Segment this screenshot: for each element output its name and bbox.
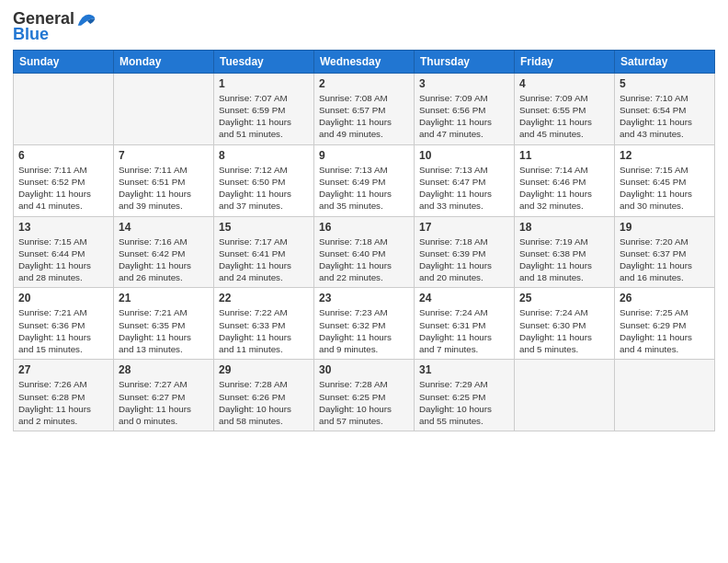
day-number: 8 — [219, 149, 309, 162]
calendar-header-row: SundayMondayTuesdayWednesdayThursdayFrid… — [14, 50, 715, 73]
day-info: Sunrise: 7:23 AM Sunset: 6:32 PM Dayligh… — [319, 306, 409, 355]
calendar-cell: 13Sunrise: 7:15 AM Sunset: 6:44 PM Dayli… — [14, 216, 114, 288]
calendar-cell — [515, 360, 615, 431]
day-number: 18 — [519, 221, 609, 234]
day-info: Sunrise: 7:21 AM Sunset: 6:36 PM Dayligh… — [18, 306, 108, 355]
day-info: Sunrise: 7:25 AM Sunset: 6:29 PM Dayligh… — [620, 306, 710, 355]
day-number: 17 — [419, 221, 509, 234]
calendar-cell — [615, 360, 715, 431]
calendar-cell: 22Sunrise: 7:22 AM Sunset: 6:33 PM Dayli… — [214, 288, 314, 360]
day-number: 27 — [18, 363, 108, 376]
page-header: General Blue — [13, 9, 715, 44]
calendar-cell: 16Sunrise: 7:18 AM Sunset: 6:40 PM Dayli… — [314, 216, 415, 288]
day-number: 9 — [319, 149, 409, 162]
day-info: Sunrise: 7:17 AM Sunset: 6:41 PM Dayligh… — [219, 236, 309, 284]
day-number: 7 — [119, 149, 209, 162]
day-info: Sunrise: 7:28 AM Sunset: 6:26 PM Dayligh… — [219, 378, 309, 427]
calendar-cell: 11Sunrise: 7:14 AM Sunset: 6:46 PM Dayli… — [515, 144, 615, 216]
day-info: Sunrise: 7:15 AM Sunset: 6:45 PM Dayligh… — [620, 164, 710, 213]
calendar-cell: 31Sunrise: 7:29 AM Sunset: 6:25 PM Dayli… — [415, 360, 515, 431]
calendar-table: SundayMondayTuesdayWednesdayThursdayFrid… — [13, 50, 715, 431]
calendar-cell: 18Sunrise: 7:19 AM Sunset: 6:38 PM Dayli… — [515, 216, 615, 288]
day-number: 20 — [18, 292, 108, 304]
day-number: 15 — [219, 221, 309, 234]
day-number: 5 — [620, 77, 710, 90]
calendar-cell: 7Sunrise: 7:11 AM Sunset: 6:51 PM Daylig… — [114, 144, 214, 216]
day-info: Sunrise: 7:29 AM Sunset: 6:25 PM Dayligh… — [419, 378, 509, 427]
day-number: 29 — [219, 363, 309, 376]
day-info: Sunrise: 7:18 AM Sunset: 6:39 PM Dayligh… — [419, 236, 509, 284]
day-number: 3 — [419, 77, 509, 90]
calendar-cell — [14, 73, 114, 144]
day-info: Sunrise: 7:24 AM Sunset: 6:31 PM Dayligh… — [419, 306, 509, 355]
day-info: Sunrise: 7:07 AM Sunset: 6:59 PM Dayligh… — [219, 92, 309, 141]
day-info: Sunrise: 7:20 AM Sunset: 6:37 PM Dayligh… — [620, 236, 710, 284]
day-number: 11 — [519, 149, 609, 162]
calendar-header-friday: Friday — [515, 50, 615, 73]
calendar-cell: 3Sunrise: 7:09 AM Sunset: 6:56 PM Daylig… — [415, 73, 515, 144]
calendar-cell: 30Sunrise: 7:28 AM Sunset: 6:25 PM Dayli… — [314, 360, 415, 431]
day-number: 25 — [519, 292, 609, 304]
calendar-cell: 28Sunrise: 7:27 AM Sunset: 6:27 PM Dayli… — [114, 360, 214, 431]
logo: General Blue — [13, 9, 97, 44]
day-info: Sunrise: 7:22 AM Sunset: 6:33 PM Dayligh… — [219, 306, 309, 355]
day-number: 12 — [620, 149, 710, 162]
day-number: 14 — [119, 221, 209, 234]
calendar-cell: 23Sunrise: 7:23 AM Sunset: 6:32 PM Dayli… — [314, 288, 415, 360]
day-number: 31 — [419, 363, 509, 376]
calendar-cell: 15Sunrise: 7:17 AM Sunset: 6:41 PM Dayli… — [214, 216, 314, 288]
day-info: Sunrise: 7:16 AM Sunset: 6:42 PM Dayligh… — [119, 236, 209, 284]
day-info: Sunrise: 7:08 AM Sunset: 6:57 PM Dayligh… — [319, 92, 409, 141]
day-info: Sunrise: 7:24 AM Sunset: 6:30 PM Dayligh… — [519, 306, 609, 355]
calendar-cell: 1Sunrise: 7:07 AM Sunset: 6:59 PM Daylig… — [214, 73, 314, 144]
day-number: 21 — [119, 292, 209, 304]
calendar-cell: 17Sunrise: 7:18 AM Sunset: 6:39 PM Dayli… — [415, 216, 515, 288]
calendar-cell: 21Sunrise: 7:21 AM Sunset: 6:35 PM Dayli… — [114, 288, 214, 360]
calendar-cell: 29Sunrise: 7:28 AM Sunset: 6:26 PM Dayli… — [214, 360, 314, 431]
calendar-week-row: 27Sunrise: 7:26 AM Sunset: 6:28 PM Dayli… — [14, 360, 715, 431]
day-number: 26 — [620, 292, 710, 304]
calendar-week-row: 20Sunrise: 7:21 AM Sunset: 6:36 PM Dayli… — [14, 288, 715, 360]
day-info: Sunrise: 7:15 AM Sunset: 6:44 PM Dayligh… — [18, 236, 108, 284]
day-number: 6 — [18, 149, 108, 162]
day-info: Sunrise: 7:11 AM Sunset: 6:51 PM Dayligh… — [119, 164, 209, 213]
day-info: Sunrise: 7:12 AM Sunset: 6:50 PM Dayligh… — [219, 164, 309, 213]
calendar-week-row: 6Sunrise: 7:11 AM Sunset: 6:52 PM Daylig… — [14, 144, 715, 216]
calendar-header-sunday: Sunday — [14, 50, 114, 73]
day-info: Sunrise: 7:13 AM Sunset: 6:49 PM Dayligh… — [319, 164, 409, 213]
calendar-cell: 25Sunrise: 7:24 AM Sunset: 6:30 PM Dayli… — [515, 288, 615, 360]
day-number: 4 — [519, 77, 609, 90]
calendar-header-saturday: Saturday — [615, 50, 715, 73]
calendar-cell: 4Sunrise: 7:09 AM Sunset: 6:55 PM Daylig… — [515, 73, 615, 144]
day-info: Sunrise: 7:14 AM Sunset: 6:46 PM Dayligh… — [519, 164, 609, 213]
day-number: 19 — [620, 221, 710, 234]
calendar-cell: 9Sunrise: 7:13 AM Sunset: 6:49 PM Daylig… — [314, 144, 415, 216]
calendar-cell: 6Sunrise: 7:11 AM Sunset: 6:52 PM Daylig… — [14, 144, 114, 216]
calendar-header-wednesday: Wednesday — [314, 50, 415, 73]
day-number: 13 — [18, 221, 108, 234]
day-info: Sunrise: 7:11 AM Sunset: 6:52 PM Dayligh… — [18, 164, 108, 213]
day-number: 10 — [419, 149, 509, 162]
day-info: Sunrise: 7:09 AM Sunset: 6:56 PM Dayligh… — [419, 92, 509, 141]
calendar-cell: 5Sunrise: 7:10 AM Sunset: 6:54 PM Daylig… — [615, 73, 715, 144]
day-number: 28 — [119, 363, 209, 376]
calendar-cell: 19Sunrise: 7:20 AM Sunset: 6:37 PM Dayli… — [615, 216, 715, 288]
calendar-week-row: 1Sunrise: 7:07 AM Sunset: 6:59 PM Daylig… — [14, 73, 715, 144]
calendar-cell: 24Sunrise: 7:24 AM Sunset: 6:31 PM Dayli… — [415, 288, 515, 360]
calendar-cell: 2Sunrise: 7:08 AM Sunset: 6:57 PM Daylig… — [314, 73, 415, 144]
logo-bird-icon — [76, 9, 97, 29]
day-info: Sunrise: 7:28 AM Sunset: 6:25 PM Dayligh… — [319, 378, 409, 427]
day-number: 23 — [319, 292, 409, 304]
day-number: 30 — [319, 363, 409, 376]
day-number: 1 — [219, 77, 309, 90]
day-info: Sunrise: 7:21 AM Sunset: 6:35 PM Dayligh… — [119, 306, 209, 355]
calendar-cell: 8Sunrise: 7:12 AM Sunset: 6:50 PM Daylig… — [214, 144, 314, 216]
calendar-header-monday: Monday — [114, 50, 214, 73]
calendar-header-thursday: Thursday — [415, 50, 515, 73]
calendar-header-tuesday: Tuesday — [214, 50, 314, 73]
day-info: Sunrise: 7:27 AM Sunset: 6:27 PM Dayligh… — [119, 378, 209, 427]
day-number: 24 — [419, 292, 509, 304]
day-info: Sunrise: 7:10 AM Sunset: 6:54 PM Dayligh… — [620, 92, 710, 141]
calendar-cell: 10Sunrise: 7:13 AM Sunset: 6:47 PM Dayli… — [415, 144, 515, 216]
calendar-cell: 14Sunrise: 7:16 AM Sunset: 6:42 PM Dayli… — [114, 216, 214, 288]
